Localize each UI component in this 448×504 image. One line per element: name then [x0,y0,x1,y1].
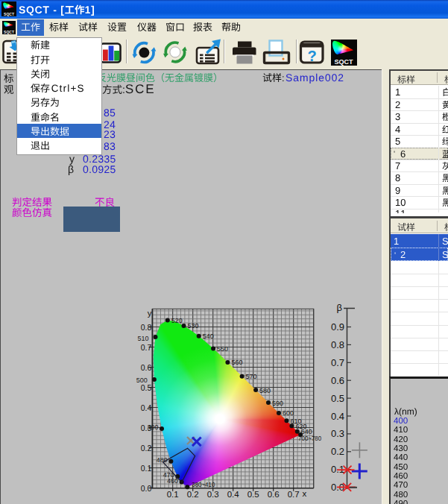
svg-text:0.0: 0.0 [141,484,152,493]
svg-text:0.7: 0.7 [331,357,344,368]
svg-text:550: 550 [217,345,228,353]
svg-text:460: 460 [167,477,178,485]
svg-text:0.3: 0.3 [331,428,344,439]
svg-text:0.8: 0.8 [331,339,344,350]
svg-text:520: 520 [171,317,183,324]
svg-text:580: 580 [259,387,271,394]
svg-text:0.7: 0.7 [141,343,152,352]
svg-text:0.5: 0.5 [141,383,152,392]
svg-text:0.6: 0.6 [141,363,152,372]
svg-text:0.9: 0.9 [331,321,344,333]
svg-text:0.2: 0.2 [141,444,152,453]
svg-text:β: β [337,302,342,313]
svg-text:0.3: 0.3 [207,490,219,499]
svg-text:x: x [303,489,307,498]
svg-text:490: 490 [147,423,158,431]
svg-text:0.7: 0.7 [288,490,300,499]
svg-text:0.5: 0.5 [331,393,344,404]
svg-text:0.6: 0.6 [268,490,280,499]
svg-text:570: 570 [246,373,257,380]
svg-text:?: ? [307,48,316,64]
svg-text:0.1: 0.1 [167,490,179,499]
svg-text:0.4: 0.4 [331,411,344,422]
svg-text:0.2: 0.2 [187,490,199,499]
svg-text:380~410: 380~410 [192,481,215,488]
svg-text:0.1: 0.1 [141,464,152,473]
svg-text:600: 600 [283,409,294,417]
svg-text:510: 510 [137,335,148,342]
svg-text:0.8: 0.8 [141,323,152,332]
svg-text:0.4: 0.4 [141,403,152,412]
svg-text:560: 560 [231,359,242,366]
svg-text:530: 530 [188,322,199,330]
svg-text:480: 480 [157,456,168,464]
svg-text:540: 540 [203,333,214,340]
svg-text:500: 500 [136,377,148,384]
svg-text:590: 590 [272,400,283,407]
svg-text:0.2: 0.2 [331,446,344,457]
svg-text:0.4: 0.4 [227,490,240,499]
svg-text:700~780: 700~780 [298,435,321,442]
svg-text:0.5: 0.5 [247,490,259,499]
svg-text:y: y [148,309,152,318]
svg-text:0.6: 0.6 [331,375,344,386]
